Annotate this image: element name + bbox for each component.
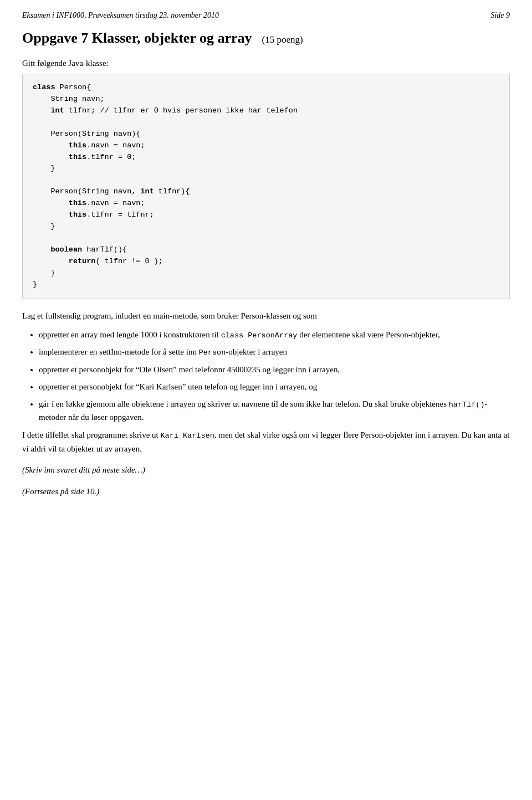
section-text-1: I dette tilfellet skal programmet skrive… [22, 428, 510, 455]
task-points: (15 poeng) [262, 34, 303, 45]
code-block: class Person{ String navn; int tlfnr; //… [22, 74, 510, 299]
inline-code-1: class PersonArray [221, 331, 298, 340]
italic-note: (Skriv inn svaret ditt på neste side…) [22, 465, 510, 475]
bullet-item-2: implementerer en settInn-metode for å se… [39, 345, 510, 359]
bullet-item-1: oppretter en array med lengde 1000 i kon… [39, 328, 510, 342]
footer-note: (Fortsettes på side 10.) [22, 487, 510, 496]
bullet-item-3: oppretter et personobjekt for “Ole Olsen… [39, 363, 510, 376]
page-header: Eksamen i INF1000, Prøveeksamen tirsdag … [22, 11, 510, 20]
header-right-text: Side 9 [490, 11, 510, 20]
inline-code-2: Person [199, 348, 226, 357]
code-content: class Person{ String navn; int tlfnr; //… [33, 83, 298, 289]
bullet-item-4: oppretter et personobjekt for “Kari Karl… [39, 380, 510, 393]
bullet-item-5: går i en løkke gjennom alle objektene i … [39, 397, 510, 424]
header-left-text: Eksamen i INF1000, Prøveeksamen tirsdag … [22, 11, 219, 20]
bullet-list: oppretter en array med lengde 1000 i kon… [39, 328, 510, 424]
intro-text: Gitt følgende Java-klasse: [22, 59, 510, 68]
inline-code-3: harTlf() [449, 401, 485, 409]
inline-code-kari: Kari Karlsen [161, 432, 214, 440]
task-title: Oppgave 7 Klasser, objekter og array [22, 30, 252, 47]
description-text: Lag et fullstendig program, inludert en … [22, 309, 510, 322]
